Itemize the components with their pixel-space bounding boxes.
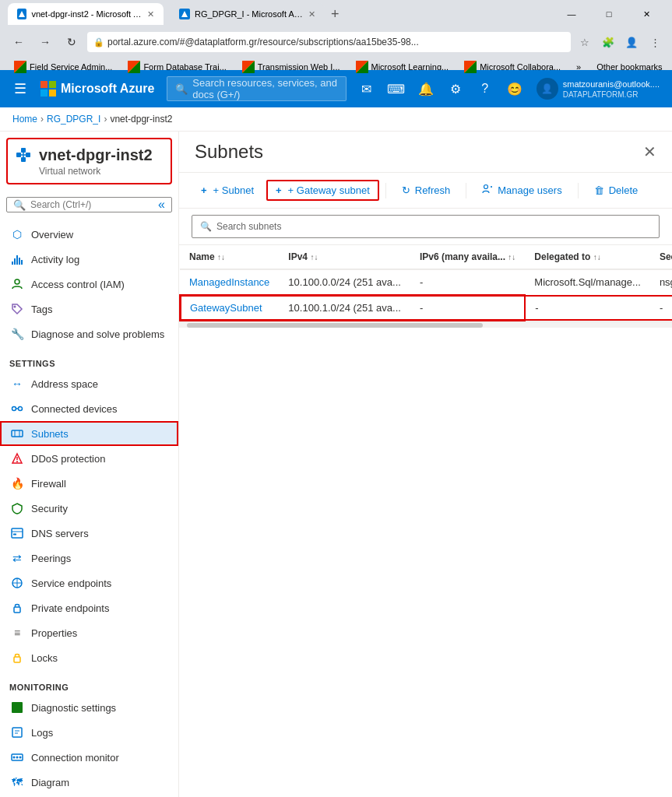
sidebar-item-address[interactable]: ↔ Address space (0, 371, 178, 396)
ms-favicon-5 (464, 61, 477, 73)
sidebar-item-ddos[interactable]: DDoS protection (0, 446, 178, 471)
tab-1[interactable]: vnet-dpgr-inst2 - Microsoft Azur... ✕ (8, 3, 164, 25)
maximize-button[interactable]: □ (591, 3, 627, 25)
diagnose-icon: 🔧 (9, 326, 25, 342)
sidebar-item-locks[interactable]: Locks (0, 645, 178, 670)
col-ipv4-sort: ↑↓ (310, 253, 318, 262)
svg-rect-15 (19, 258, 20, 265)
menu-icon[interactable]: ⋮ (646, 33, 664, 51)
profile-icon[interactable]: 👤 (622, 33, 641, 51)
sidebar-item-connected[interactable]: Connected devices (0, 396, 178, 421)
col-security-label: Security grou... (660, 251, 672, 262)
subnet-link-2[interactable]: GatewaySubnet (190, 302, 262, 314)
notifications-icon[interactable]: 🔔 (412, 75, 440, 103)
table-row-gateway[interactable]: GatewaySubnet 10.100.1.0/24 (251 ava... … (180, 295, 672, 321)
connected-icon (9, 401, 25, 416)
email-icon[interactable]: ✉ (353, 75, 381, 103)
user-info[interactable]: 👤 smatzouranis@outlook.... DATAPLATFORM.… (530, 75, 666, 103)
global-search[interactable]: 🔍 Search resources, services, and docs (… (167, 76, 346, 101)
service-endpoints-icon (9, 575, 25, 591)
minimize-button[interactable]: — (554, 3, 589, 25)
svg-rect-29 (13, 534, 16, 535)
table-header-row: Name ↑↓ IPv4 ↑↓ IPv6 (many availa... ↑↓ (180, 245, 672, 269)
svg-rect-4 (40, 90, 47, 97)
tab-2-close[interactable]: ✕ (308, 9, 315, 19)
sidebar-section-settings: Settings ↔ Address space Connected devic… (0, 349, 178, 673)
scrollbar-horizontal[interactable] (179, 321, 672, 328)
extension-icon[interactable]: 🧩 (599, 33, 617, 51)
sidebar-search-icon: 🔍 (13, 199, 26, 211)
subnet-search-input[interactable]: 🔍 Search subnets (192, 215, 660, 238)
sidebar-item-peerings[interactable]: ⇄ Peerings (0, 546, 178, 571)
sidebar-label-logs: Logs (31, 727, 53, 739)
diagnostic-icon (9, 700, 25, 715)
refresh-button[interactable]: ↻ Refresh (392, 180, 460, 201)
sidebar: vnet-dpgr-inst2 Virtual network 🔍 « ⬡ Ov… (0, 132, 179, 797)
collapse-button[interactable]: « (158, 198, 165, 212)
sidebar-search-input[interactable] (30, 199, 153, 210)
sidebar-label-connected: Connected devices (31, 403, 118, 415)
sidebar-item-activity[interactable]: Activity log (0, 247, 178, 272)
manage-users-button[interactable]: Manage users (473, 179, 571, 202)
cell-name-2[interactable]: GatewaySubnet (180, 295, 279, 321)
sidebar-item-overview[interactable]: ⬡ Overview (0, 222, 178, 247)
col-ipv6[interactable]: IPv6 (many availa... ↑↓ (410, 245, 525, 269)
sidebar-item-properties[interactable]: ≡ Properties (0, 620, 178, 645)
tab-1-close[interactable]: ✕ (147, 9, 154, 19)
close-button[interactable]: ✕ (628, 3, 664, 25)
address-input[interactable]: 🔒 portal.azure.com/#@dataplatform.gr/res… (87, 32, 571, 52)
breadcrumb-rg[interactable]: RG_DPGR_I (47, 114, 100, 125)
col-name[interactable]: Name ↑↓ (180, 245, 279, 269)
overview-icon: ⬡ (9, 226, 25, 242)
panel-close-button[interactable]: ✕ (643, 142, 656, 161)
sidebar-item-diagram[interactable]: 🗺 Diagram (0, 770, 178, 795)
cloud-shell-icon[interactable]: ⌨ (382, 75, 410, 103)
subnet-link-1[interactable]: ManagedInstance (189, 276, 269, 288)
sidebar-item-firewall[interactable]: 🔥 Firewall (0, 471, 178, 496)
sidebar-item-access[interactable]: Access control (IAM) (0, 272, 178, 297)
manage-users-label: Manage users (498, 184, 561, 196)
toolbar: + + Subnet + + Gateway subnet ↻ Refresh (179, 173, 672, 209)
sidebar-item-service-endpoints[interactable]: Service endpoints (0, 571, 178, 595)
col-ipv4[interactable]: IPv4 ↑↓ (279, 245, 410, 269)
breadcrumb-home[interactable]: Home (12, 114, 37, 125)
sidebar-item-logs[interactable]: Logs (0, 720, 178, 745)
sidebar-label-activity: Activity log (31, 254, 79, 265)
svg-rect-2 (40, 81, 47, 88)
forward-button[interactable]: → (34, 31, 56, 53)
locks-icon (9, 650, 25, 665)
cell-ipv6-1: - (410, 269, 525, 295)
star-icon[interactable]: ☆ (575, 33, 594, 51)
address-bar-row: ← → ↻ 🔒 portal.azure.com/#@dataplatform.… (0, 28, 672, 56)
sidebar-label-ddos: DDoS protection (31, 453, 105, 465)
cell-name-1[interactable]: ManagedInstance (180, 269, 279, 295)
cell-ipv4-1: 10.100.0.0/24 (251 ava... (279, 269, 410, 295)
sidebar-search[interactable]: 🔍 « (6, 197, 172, 212)
add-gateway-button[interactable]: + + Gateway subnet (266, 180, 379, 201)
help-icon[interactable]: ? (471, 75, 499, 103)
new-tab-button[interactable]: + (331, 6, 340, 23)
reload-button[interactable]: ↻ (61, 31, 83, 53)
settings-icon[interactable]: ⚙ (442, 75, 470, 103)
add-subnet-button[interactable]: + + Subnet (192, 180, 263, 201)
sidebar-item-diagnostic[interactable]: Diagnostic settings (0, 695, 178, 720)
col-delegated[interactable]: Delegated to ↑↓ (525, 245, 650, 269)
delete-button[interactable]: 🗑 Delete (585, 180, 648, 201)
back-button[interactable]: ← (8, 31, 30, 53)
tab-2[interactable]: RG_DPGR_I - Microsoft Azure ✕ (170, 3, 325, 25)
sidebar-item-private-endpoints[interactable]: Private endpoints (0, 595, 178, 620)
sidebar-item-subnets[interactable]: Subnets (0, 421, 178, 446)
table-row-managed[interactable]: ManagedInstance 10.100.0.0/24 (251 ava..… (180, 269, 672, 295)
sidebar-item-security[interactable]: Security (0, 496, 178, 521)
sidebar-item-connection-monitor[interactable]: Connection monitor (0, 745, 178, 770)
topnav-icons: ✉ ⌨ 🔔 ⚙ ? 😊 👤 smatzouranis@outlook.... D… (353, 75, 666, 103)
svg-rect-22 (12, 430, 23, 437)
feedback-icon[interactable]: 😊 (501, 75, 529, 103)
sidebar-item-dns[interactable]: DNS servers (0, 521, 178, 546)
col-security: Security grou... (650, 245, 672, 269)
content-search: 🔍 Search subnets (179, 209, 672, 245)
svg-point-20 (19, 407, 23, 411)
sidebar-item-diagnose[interactable]: 🔧 Diagnose and solve problems (0, 321, 178, 346)
sidebar-item-tags[interactable]: Tags (0, 297, 178, 321)
hamburger-button[interactable]: ☰ (6, 75, 34, 103)
